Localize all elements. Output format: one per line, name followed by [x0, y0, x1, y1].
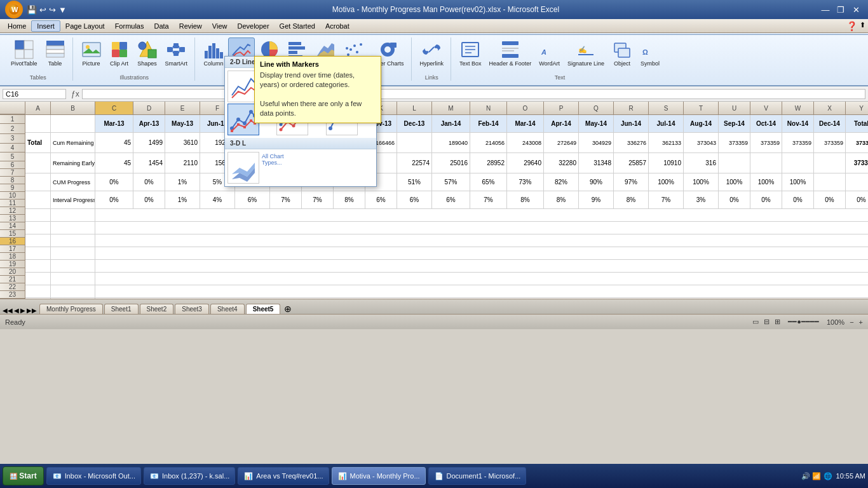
cell-W5[interactable]: 0%	[782, 191, 814, 209]
cell-Y3[interactable]: 373359	[846, 153, 868, 173]
sheet-nav-next[interactable]: ▶	[20, 307, 25, 314]
row-header-8[interactable]: 8	[0, 177, 25, 184]
wordart-button[interactable]: A WordArt	[536, 37, 563, 69]
cell-X3[interactable]	[814, 153, 846, 173]
table-button[interactable]: Table	[42, 37, 69, 69]
text-box-button[interactable]: Text Box	[456, 37, 485, 69]
cell-A1[interactable]	[25, 115, 51, 133]
hyperlink-button[interactable]: Hyperlink	[417, 37, 447, 69]
cell-T5[interactable]: 3%	[684, 191, 719, 209]
normal-view-icon[interactable]: ▭	[752, 318, 759, 326]
object-button[interactable]: Object	[609, 37, 635, 69]
cell-V2[interactable]: 373359	[750, 133, 782, 153]
col-header-S[interactable]: S	[649, 102, 684, 114]
cell-R2[interactable]: 336276	[614, 133, 649, 153]
cell-D2[interactable]: 1499	[133, 133, 165, 153]
col-header-A[interactable]: A	[25, 102, 51, 114]
sheet-nav-last[interactable]: ▶▶	[27, 307, 37, 314]
row-header-4[interactable]: 4	[0, 144, 25, 152]
menu-insert[interactable]: Insert	[31, 20, 60, 32]
cell-R1[interactable]: Jun-14	[614, 115, 649, 133]
sheet-tab-sheet5[interactable]: Sheet5	[246, 304, 281, 314]
name-box-input[interactable]: C16	[3, 89, 66, 99]
taskbar-item-inbox1[interactable]: 📧 Inbox - Microsoft Out...	[46, 467, 141, 485]
cell-B1[interactable]	[51, 115, 95, 133]
menu-developer[interactable]: Developer	[232, 21, 274, 31]
row-header-11[interactable]: 11	[0, 200, 25, 207]
cell-C3[interactable]: 45	[95, 153, 133, 173]
cell-A2[interactable]: Total	[25, 133, 51, 153]
cell-A7[interactable]	[25, 222, 51, 234]
menu-view[interactable]: View	[207, 21, 233, 31]
formula-input[interactable]	[82, 89, 865, 99]
cell-Y5[interactable]: 0%	[846, 191, 868, 209]
sheet-nav-first[interactable]: ◀◀	[3, 307, 13, 314]
taskbar-item-motiva[interactable]: 📊 Motiva - Monthly Pro...	[332, 467, 426, 485]
sheet-nav-prev[interactable]: ◀	[14, 307, 19, 314]
row-header-15[interactable]: 15	[0, 230, 25, 238]
page-break-view-icon[interactable]: ⊞	[775, 318, 780, 326]
dropdown-icon[interactable]: ▼	[58, 5, 67, 15]
pivot-table-button[interactable]: PivotTable	[8, 37, 41, 69]
cell-T3[interactable]: 316	[684, 153, 719, 173]
col-header-C[interactable]: C	[95, 102, 133, 114]
cell-O4[interactable]: 73%	[507, 173, 544, 191]
cell-V5[interactable]: 0%	[750, 191, 782, 209]
cell-T2[interactable]: 373043	[684, 133, 719, 153]
header-footer-button[interactable]: Header & Footer	[486, 37, 535, 69]
menu-acrobat[interactable]: Acrobat	[320, 21, 355, 31]
cell-P2[interactable]: 272649	[544, 133, 579, 153]
cell-E2[interactable]: 3610	[165, 133, 200, 153]
cell-J5[interactable]: 8%	[334, 191, 365, 209]
cell-O2[interactable]: 243008	[507, 133, 544, 153]
cell-L2[interactable]	[397, 133, 432, 153]
cell-B9[interactable]	[51, 247, 95, 260]
cell-W4[interactable]: 100%	[782, 173, 814, 191]
cell-V4[interactable]: 100%	[750, 173, 782, 191]
help-icon[interactable]: ❓	[846, 21, 857, 31]
cell-T4[interactable]: 100%	[684, 173, 719, 191]
clip-art-button[interactable]: Clip Art	[106, 37, 133, 69]
cell-U2[interactable]: 373359	[719, 133, 750, 153]
col-header-T[interactable]: T	[684, 102, 719, 114]
cell-X4[interactable]	[814, 173, 846, 191]
row-header-5[interactable]: 5	[0, 152, 25, 161]
cell-B4[interactable]: CUM Progress	[51, 173, 95, 191]
cell-P1[interactable]: Apr-14	[544, 115, 579, 133]
col-header-B[interactable]: B	[51, 102, 95, 114]
cell-B13[interactable]	[51, 298, 95, 299]
cell-U3[interactable]	[719, 153, 750, 173]
cell-A5[interactable]	[25, 191, 51, 209]
taskbar-item-document[interactable]: 📄 Document1 - Microsof...	[428, 467, 527, 485]
cell-A10[interactable]	[25, 260, 51, 273]
row-header-6[interactable]: 6	[0, 161, 25, 169]
cell-N5[interactable]: 7%	[470, 191, 507, 209]
minimize-button[interactable]: —	[818, 3, 832, 16]
cell-M4[interactable]: 57%	[432, 173, 470, 191]
row-header-17[interactable]: 17	[0, 245, 25, 253]
column-chart-button[interactable]: Column	[200, 37, 227, 69]
zoom-in-icon[interactable]: +	[859, 318, 863, 326]
cell-S4[interactable]: 100%	[649, 173, 684, 191]
cell-L4[interactable]: 51%	[397, 173, 432, 191]
close-button[interactable]: ✕	[849, 3, 863, 16]
shapes-button[interactable]: Shapes	[134, 37, 161, 69]
row-header-10[interactable]: 10	[0, 192, 25, 200]
cell-O5[interactable]: 8%	[507, 191, 544, 209]
cell-S3[interactable]: 10910	[649, 153, 684, 173]
cell-X2[interactable]: 373359	[814, 133, 846, 153]
cell-Q5[interactable]: 9%	[579, 191, 614, 209]
cell-Y4[interactable]	[846, 173, 868, 191]
cell-T1[interactable]: Aug-14	[684, 115, 719, 133]
cell-B8[interactable]	[51, 234, 95, 247]
minimize-ribbon-icon[interactable]: ⬆	[860, 21, 865, 31]
col-header-V[interactable]: V	[750, 102, 782, 114]
cell-R5[interactable]: 8%	[614, 191, 649, 209]
cell-P4[interactable]: 82%	[544, 173, 579, 191]
cell-X5[interactable]: 0%	[814, 191, 846, 209]
cell-H5[interactable]: 7%	[270, 191, 302, 209]
row-header-16[interactable]: 16	[0, 238, 25, 245]
cell-Q3[interactable]: 31348	[579, 153, 614, 173]
col-header-D[interactable]: D	[133, 102, 165, 114]
row-header-1[interactable]: 1	[0, 115, 25, 124]
